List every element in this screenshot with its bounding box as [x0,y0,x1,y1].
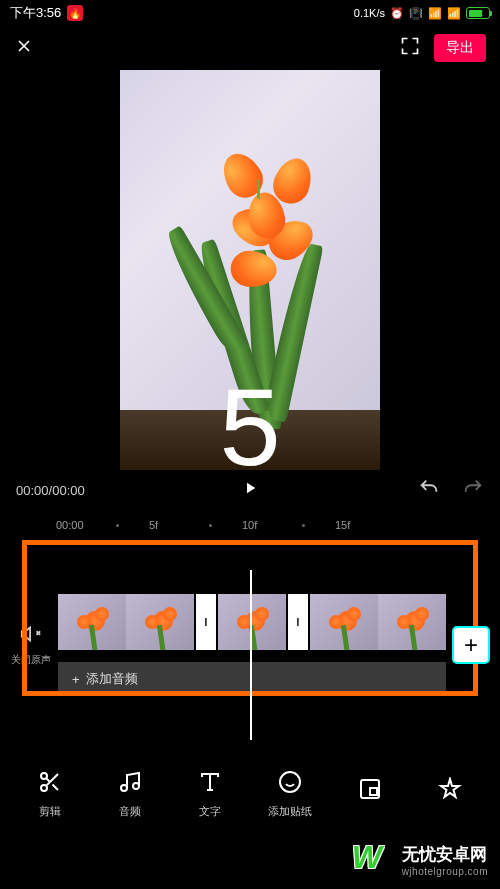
clip-thumbnail[interactable] [126,594,194,650]
video-preview[interactable]: 5 [0,70,500,470]
close-icon[interactable] [14,36,34,60]
vibrate-icon: 📳 [409,7,423,20]
signal-icon: 📶 [447,7,461,20]
bottom-toolbar: 剪辑 音频 文字 添加贴纸 [0,759,500,829]
expand-icon[interactable] [400,36,420,60]
countdown-number: 5 [219,372,280,470]
clip-thumbnail[interactable] [218,594,286,650]
clip-thumbnail[interactable] [58,594,126,650]
svg-point-1 [41,785,47,791]
redo-button[interactable] [462,477,484,503]
tool-effects[interactable] [410,777,490,811]
time-display: 00:00/00:00 [16,483,85,498]
time-ruler: 00:00 5f 10f 15f [0,510,500,540]
clip-thumbnail[interactable] [378,594,446,650]
status-bar: 下午3:56 🔥 0.1K/s ⏰ 📳 📶 📶 72 [0,0,500,26]
watermark-url: wjhotelgroup.com [402,866,488,877]
clip-track[interactable]: I I [58,594,446,650]
playback-bar: 00:00/00:00 [0,470,500,510]
watermark: W 无忧安卓网 wjhotelgroup.com [352,839,488,881]
tool-cut[interactable]: 剪辑 [10,770,90,819]
watermark-title: 无忧安卓网 [402,843,488,866]
add-clip-button[interactable]: + [452,626,490,664]
timeline[interactable]: 关闭原声 I I + 添加音频 + [0,540,500,720]
play-button[interactable] [241,479,259,501]
tool-text[interactable]: 文字 [170,770,250,819]
playhead[interactable] [250,570,252,740]
weibo-icon: 🔥 [67,5,83,21]
svg-point-2 [280,772,300,792]
watermark-logo: W [352,839,394,881]
export-button[interactable]: 导出 [434,34,486,62]
clip-thumbnail[interactable] [310,594,378,650]
alarm-icon: ⏰ [390,7,404,20]
battery-indicator: 72 [466,7,490,19]
tool-pip[interactable] [330,777,410,811]
tool-sticker[interactable]: 添加贴纸 [250,770,330,819]
undo-button[interactable] [418,477,440,503]
tool-audio[interactable]: 音频 [90,770,170,819]
svg-rect-4 [370,788,377,795]
plus-icon: + [464,631,478,659]
top-bar: 导出 [0,26,500,70]
svg-point-0 [41,773,47,779]
wifi-icon: 📶 [428,7,442,20]
network-speed: 0.1K/s [354,7,385,19]
status-time: 下午3:56 [10,4,61,22]
